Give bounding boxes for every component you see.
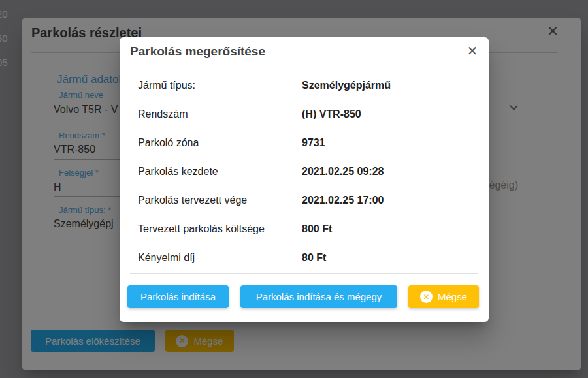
row-parking-planned-end: Parkolás tervezett vége 2021.02.25 17:00 [120, 186, 489, 215]
cancel-x-icon: ✕ [420, 291, 433, 303]
close-icon[interactable]: ✕ [463, 41, 482, 61]
row-label: Kényelmi díj [138, 244, 195, 272]
row-value: 2021.02.25 17:00 [302, 186, 384, 215]
start-parking-and-another-button[interactable]: Parkolás indítása és mégegy [240, 285, 397, 308]
row-label: Parkoló zóna [138, 129, 199, 157]
start-parking-button[interactable]: Parkolás indítása [127, 285, 229, 308]
row-parking-zone: Parkoló zóna 9731 [120, 129, 489, 157]
screen: { "page": { "background_numbers": ["20",… [0, 0, 588, 378]
start-parking-label: Parkolás indítása [140, 291, 216, 302]
row-value: 80 Ft [302, 244, 326, 272]
divider [130, 273, 478, 274]
row-label: Rendszám [138, 100, 188, 129]
row-parking-start: Parkolás kezdete 2021.02.25 09:28 [120, 157, 489, 186]
row-label: Tervezett parkolás költsége [138, 215, 265, 244]
confirmation-rows: Jármű típus: Személygépjármű Rendszám (H… [120, 71, 489, 272]
row-label: Parkolás tervezett vége [138, 186, 247, 215]
row-value: 800 Ft [302, 215, 332, 244]
row-value: 2021.02.25 09:28 [302, 157, 384, 186]
start-parking-and-another-label: Parkolás indítása és mégegy [256, 291, 382, 302]
row-vehicle-type: Jármű típus: Személygépjármű [120, 71, 489, 100]
row-value: 9731 [302, 129, 325, 157]
row-license-plate: Rendszám (H) VTR-850 [120, 100, 489, 129]
cancel-label: Mégse [438, 291, 467, 302]
row-label: Jármű típus: [138, 71, 195, 100]
confirmation-title: Parkolás megerősítése [130, 44, 265, 59]
row-planned-cost: Tervezett parkolás költsége 800 Ft [120, 215, 489, 244]
row-label: Parkolás kezdete [138, 157, 218, 186]
cancel-button[interactable]: ✕ Mégse [408, 285, 479, 308]
parking-confirmation-modal: Parkolás megerősítése ✕ Jármű típus: Sze… [120, 37, 489, 322]
row-convenience-fee: Kényelmi díj 80 Ft [120, 244, 489, 272]
row-value: (H) VTR-850 [302, 100, 361, 129]
row-value: Személygépjármű [302, 71, 391, 100]
